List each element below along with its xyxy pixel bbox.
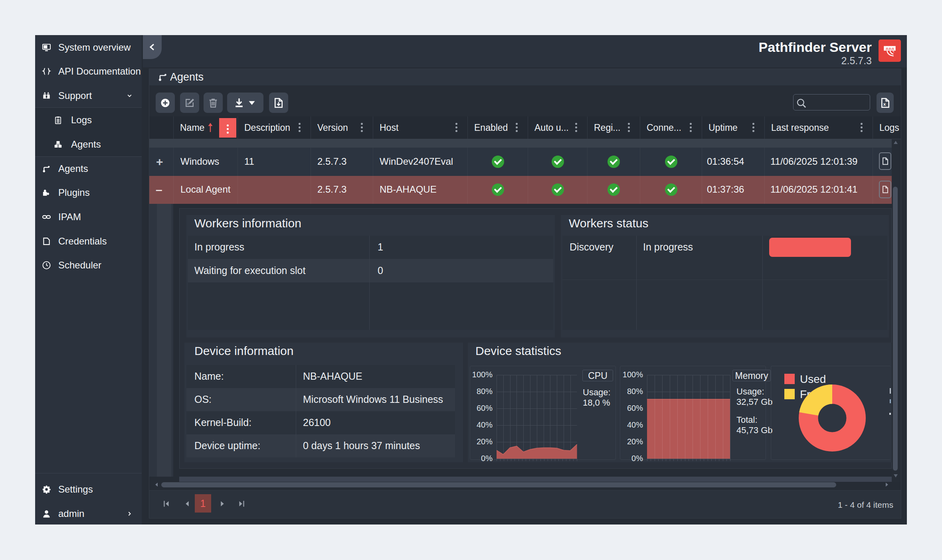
svg-text:a: a	[187, 101, 189, 106]
svg-text:x: x	[883, 101, 886, 106]
